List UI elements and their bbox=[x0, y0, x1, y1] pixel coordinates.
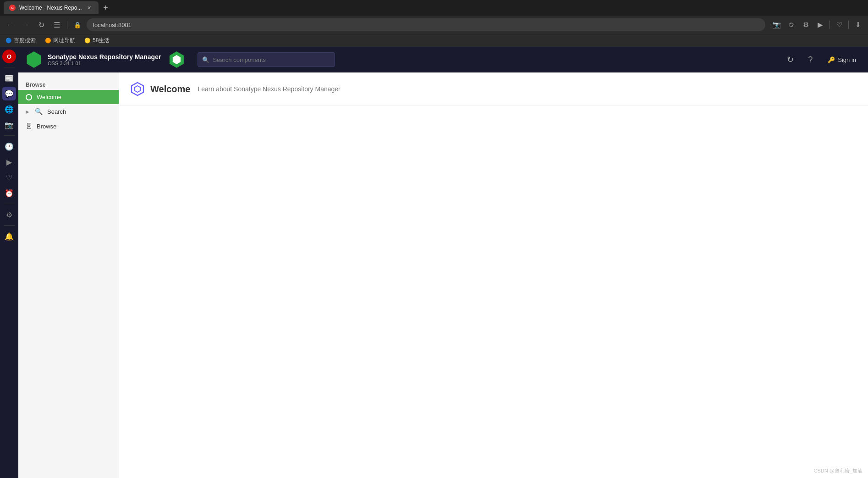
feed-button[interactable]: ▶ bbox=[814, 18, 827, 31]
search-icon: 🔍 bbox=[202, 56, 209, 63]
opera-news-icon[interactable]: 📰 bbox=[2, 71, 16, 85]
opera-history-icon[interactable]: 🕐 bbox=[2, 139, 16, 153]
nav-item-browse-label: Browse bbox=[37, 123, 56, 130]
browser-chrome: N Welcome - Nexus Repo... × + ← → ↻ ☰ 🔒 … bbox=[0, 0, 868, 47]
nav-item-welcome-label: Welcome bbox=[37, 94, 61, 100]
nav-item-search-label: Search bbox=[47, 108, 66, 115]
address-input[interactable] bbox=[87, 18, 765, 31]
opera-forward-icon[interactable]: ▶ bbox=[2, 155, 16, 169]
bookmark-58-label: 58生活 bbox=[93, 37, 110, 44]
search-expand-icon: ▶ bbox=[26, 109, 29, 114]
opera-settings-icon[interactable]: ⚙ bbox=[2, 208, 16, 222]
download-button[interactable]: ⇓ bbox=[852, 18, 864, 31]
bookmarks-bar: 🔵 百度搜索 🟠 网址导航 🟡 58生活 bbox=[0, 34, 868, 47]
opera-instagram-icon[interactable]: 📷 bbox=[2, 118, 16, 132]
content-title: Welcome bbox=[150, 84, 190, 94]
divider bbox=[67, 21, 67, 29]
nexus-hex-icon[interactable] bbox=[168, 51, 185, 68]
nav-item-welcome[interactable]: Welcome bbox=[18, 90, 119, 104]
bookmark-baidu[interactable]: 🔵 百度搜索 bbox=[4, 36, 38, 45]
opera-chat-icon[interactable]: 💬 bbox=[2, 87, 16, 100]
welcome-circle-icon bbox=[26, 94, 32, 100]
content-subtitle: Learn about Sonatype Nexus Repository Ma… bbox=[198, 85, 340, 93]
refresh-topbar-button[interactable]: ↻ bbox=[783, 52, 797, 67]
tab-title: Welcome - Nexus Repo... bbox=[19, 5, 82, 11]
nav-item-browse[interactable]: 🗄 Browse bbox=[18, 119, 119, 133]
bookmark-58-icon: 🟡 bbox=[84, 38, 91, 44]
opera-divider-1 bbox=[4, 67, 15, 67]
bookmark-baidu-label: 百度搜索 bbox=[14, 37, 36, 44]
opera-divider-2 bbox=[4, 135, 15, 136]
lock-icon: 🔒 bbox=[71, 18, 84, 31]
home-button[interactable]: ☰ bbox=[50, 18, 63, 31]
tab-favicon: N bbox=[9, 5, 16, 11]
tab-close-button[interactable]: × bbox=[86, 4, 93, 11]
browser-actions: 📷 ✩ ⚙ ▶ ♡ ⇓ bbox=[770, 18, 864, 31]
address-bar-row: ← → ↻ ☰ 🔒 📷 ✩ ⚙ ▶ ♡ ⇓ bbox=[0, 16, 868, 34]
app-search: 🔍 bbox=[198, 52, 335, 67]
svg-marker-0 bbox=[132, 83, 143, 95]
bookmark-star-button[interactable]: ✩ bbox=[785, 18, 797, 31]
heart-button[interactable]: ♡ bbox=[833, 18, 846, 31]
browse-db-icon: 🗄 bbox=[26, 122, 32, 130]
bookmark-nav-icon: 🟠 bbox=[45, 38, 51, 44]
opera-social-icon[interactable]: 🌐 bbox=[2, 102, 16, 116]
app-title-block: Sonatype Nexus Repository Manager OSS 3.… bbox=[48, 53, 161, 66]
content-area: Welcome Learn about Sonatype Nexus Repos… bbox=[119, 72, 868, 478]
help-button[interactable]: ? bbox=[803, 52, 818, 67]
extensions-button[interactable]: ⚙ bbox=[799, 18, 812, 31]
search-nav-icon: 🔍 bbox=[35, 108, 43, 115]
signin-icon: 🔑 bbox=[828, 56, 835, 63]
screenshot-button[interactable]: 📷 bbox=[770, 18, 783, 31]
opera-sidebar: O 📰 💬 🌐 📷 🕐 ▶ ♡ ⏰ ⚙ 🔔 bbox=[0, 47, 18, 478]
watermark: CSDN @奥利给_加油 bbox=[813, 467, 863, 474]
opera-time-icon[interactable]: ⏰ bbox=[2, 186, 16, 200]
nav-section-title: Browse bbox=[18, 78, 119, 90]
signin-label: Sign in bbox=[838, 56, 856, 63]
opera-logo-icon[interactable]: O bbox=[2, 50, 16, 63]
content-logo bbox=[130, 82, 145, 96]
divider3 bbox=[848, 21, 849, 29]
app-topbar: Sonatype Nexus Repository Manager OSS 3.… bbox=[18, 47, 868, 72]
nav-item-search[interactable]: ▶ 🔍 Search bbox=[18, 104, 119, 119]
app-subtitle: OSS 3.34.1-01 bbox=[48, 61, 161, 66]
forward-button[interactable]: → bbox=[19, 18, 32, 31]
opera-divider-4 bbox=[4, 225, 15, 226]
bookmark-nav[interactable]: 🟠 网址导航 bbox=[43, 36, 77, 45]
bookmark-58[interactable]: 🟡 58生活 bbox=[82, 36, 111, 45]
nav-sidebar: Browse Welcome ▶ 🔍 Search 🗄 Browse bbox=[18, 72, 119, 478]
sign-in-button[interactable]: 🔑 Sign in bbox=[823, 54, 861, 66]
bookmark-nav-label: 网址导航 bbox=[53, 37, 75, 44]
app-logo bbox=[26, 51, 42, 68]
opera-notification-icon[interactable]: 🔔 bbox=[2, 229, 16, 243]
new-tab-button[interactable]: + bbox=[100, 2, 111, 13]
opera-heart-icon[interactable]: ♡ bbox=[2, 171, 16, 184]
bookmark-baidu-icon: 🔵 bbox=[5, 38, 12, 44]
content-header: Welcome Learn about Sonatype Nexus Repos… bbox=[119, 72, 868, 106]
tab-bar: N Welcome - Nexus Repo... × + bbox=[0, 0, 868, 16]
svg-marker-1 bbox=[134, 86, 141, 92]
opera-divider-3 bbox=[4, 204, 15, 204]
back-button[interactable]: ← bbox=[4, 18, 16, 31]
search-input[interactable] bbox=[198, 52, 335, 67]
refresh-button[interactable]: ↻ bbox=[35, 18, 48, 31]
app-container: O 📰 💬 🌐 📷 🕐 ▶ ♡ ⏰ ⚙ 🔔 Sonatype Nexus Rep… bbox=[0, 47, 868, 478]
active-tab[interactable]: N Welcome - Nexus Repo... × bbox=[4, 1, 99, 14]
app-title: Sonatype Nexus Repository Manager bbox=[48, 53, 161, 61]
divider2 bbox=[830, 21, 830, 29]
